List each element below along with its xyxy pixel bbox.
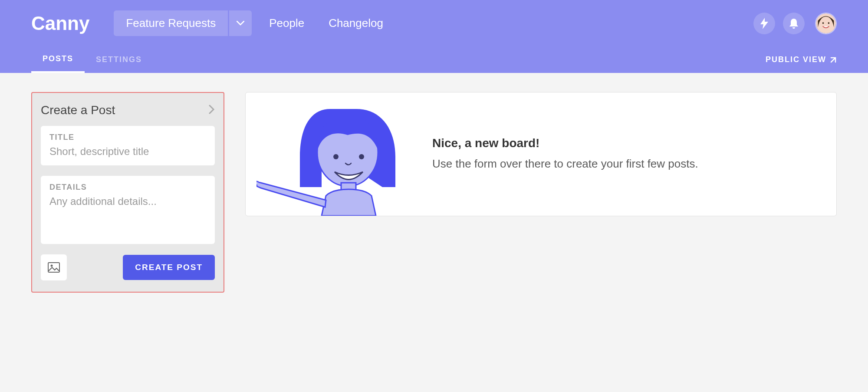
board-empty-description: Use the form over there to create your f… (432, 155, 819, 172)
svg-point-6 (333, 154, 339, 159)
create-post-heading: Create a Post (41, 103, 115, 117)
app-logo[interactable]: Canny (31, 13, 89, 34)
details-field: DETAILS (41, 176, 215, 244)
title-field: TITLE (41, 126, 215, 165)
image-icon (48, 262, 60, 273)
pointing-illustration (246, 92, 424, 216)
bell-icon[interactable] (783, 13, 805, 34)
create-post-card: Create a Post TITLE DETAILS CREATE POST (31, 92, 224, 293)
board-selector[interactable]: Feature Requests (114, 10, 252, 36)
create-post-button[interactable]: CREATE POST (123, 255, 215, 280)
public-view-link[interactable]: PUBLIC VIEW (766, 47, 837, 72)
title-label: TITLE (49, 133, 206, 142)
nav-people[interactable]: People (269, 16, 304, 30)
chevron-down-icon[interactable] (229, 10, 252, 36)
tab-settings[interactable]: SETTINGS (85, 47, 153, 72)
svg-point-4 (51, 265, 53, 267)
board-selector-label[interactable]: Feature Requests (114, 10, 228, 36)
attach-image-button[interactable] (41, 254, 67, 280)
board-empty-card: Nice, a new board! Use the form over the… (245, 92, 837, 216)
app-header: Canny Feature Requests People Changelog … (0, 0, 868, 73)
external-icon (830, 56, 837, 63)
svg-point-2 (828, 22, 830, 24)
chevron-right-icon[interactable] (209, 105, 215, 116)
lightning-icon[interactable] (753, 13, 775, 34)
details-input[interactable] (49, 195, 206, 234)
public-view-label: PUBLIC VIEW (766, 55, 826, 64)
tab-posts[interactable]: POSTS (31, 46, 85, 73)
nav-changelog[interactable]: Changelog (329, 16, 383, 30)
svg-point-1 (822, 22, 824, 24)
details-label: DETAILS (49, 183, 206, 192)
svg-rect-3 (48, 263, 59, 272)
svg-point-7 (359, 154, 364, 159)
user-avatar[interactable] (815, 13, 837, 34)
title-input[interactable] (49, 145, 206, 158)
board-empty-title: Nice, a new board! (432, 136, 819, 150)
